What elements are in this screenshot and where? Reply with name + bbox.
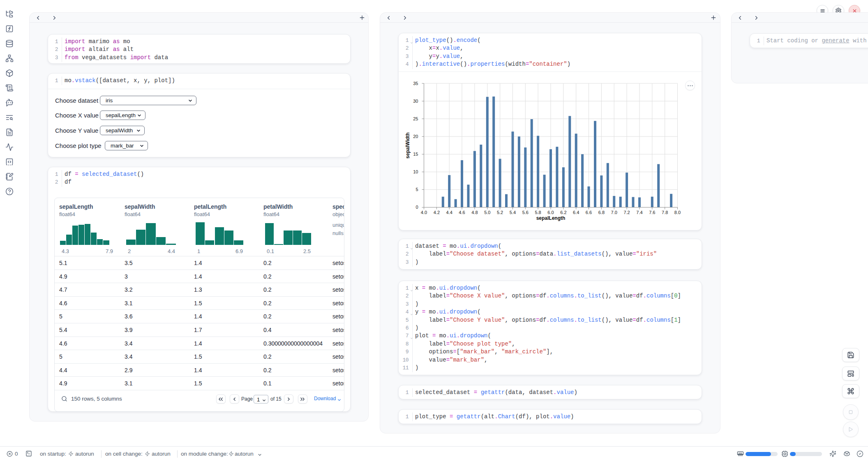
svg-text:4.4: 4.4 xyxy=(446,210,452,215)
svg-text:35: 35 xyxy=(413,81,418,86)
svg-text:0: 0 xyxy=(416,205,418,210)
svg-text:15: 15 xyxy=(413,152,418,157)
svg-text:6.0: 6.0 xyxy=(547,210,554,215)
svg-text:7.2: 7.2 xyxy=(623,210,630,215)
svg-text:6.8: 6.8 xyxy=(598,210,605,215)
svg-text:25: 25 xyxy=(413,116,418,121)
svg-text:4.8: 4.8 xyxy=(471,210,478,215)
svg-text:sepalWidth: sepalWidth xyxy=(405,132,411,159)
svg-text:5.4: 5.4 xyxy=(510,210,516,215)
svg-text:5.6: 5.6 xyxy=(522,210,529,215)
svg-text:4.6: 4.6 xyxy=(459,210,465,215)
svg-text:7.0: 7.0 xyxy=(611,210,617,215)
svg-text:30: 30 xyxy=(413,99,418,104)
svg-text:4.0: 4.0 xyxy=(421,210,427,215)
svg-text:5.2: 5.2 xyxy=(497,210,503,215)
svg-text:sepalLength: sepalLength xyxy=(536,215,566,221)
svg-text:6.6: 6.6 xyxy=(586,210,592,215)
svg-text:5.0: 5.0 xyxy=(484,210,490,215)
svg-text:4.2: 4.2 xyxy=(434,210,440,215)
svg-text:10: 10 xyxy=(413,169,418,174)
svg-text:6.2: 6.2 xyxy=(560,210,566,215)
svg-text:5: 5 xyxy=(416,187,418,192)
svg-text:6.4: 6.4 xyxy=(573,210,579,215)
svg-text:8.0: 8.0 xyxy=(674,210,681,215)
svg-text:20: 20 xyxy=(413,134,418,139)
svg-text:5.8: 5.8 xyxy=(535,210,541,215)
svg-text:7.8: 7.8 xyxy=(662,210,668,215)
svg-text:7.4: 7.4 xyxy=(636,210,642,215)
svg-text:7.6: 7.6 xyxy=(649,210,655,215)
